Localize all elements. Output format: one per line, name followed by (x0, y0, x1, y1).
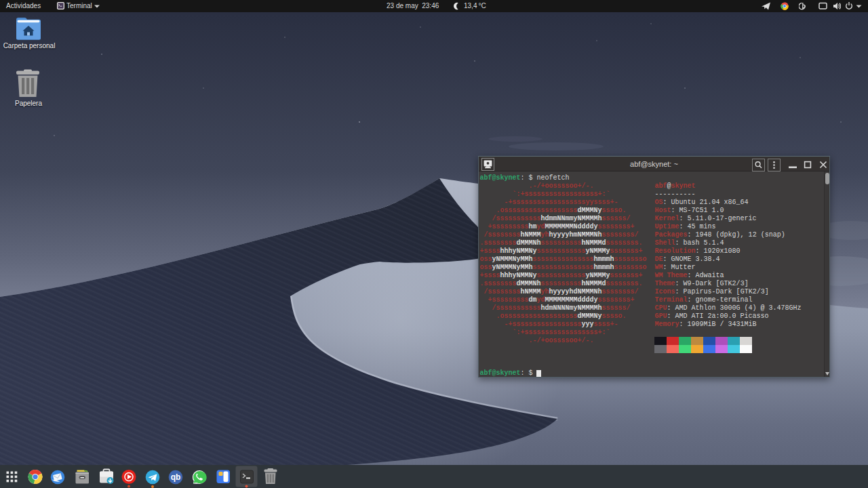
svg-text:qb: qb (171, 472, 181, 482)
